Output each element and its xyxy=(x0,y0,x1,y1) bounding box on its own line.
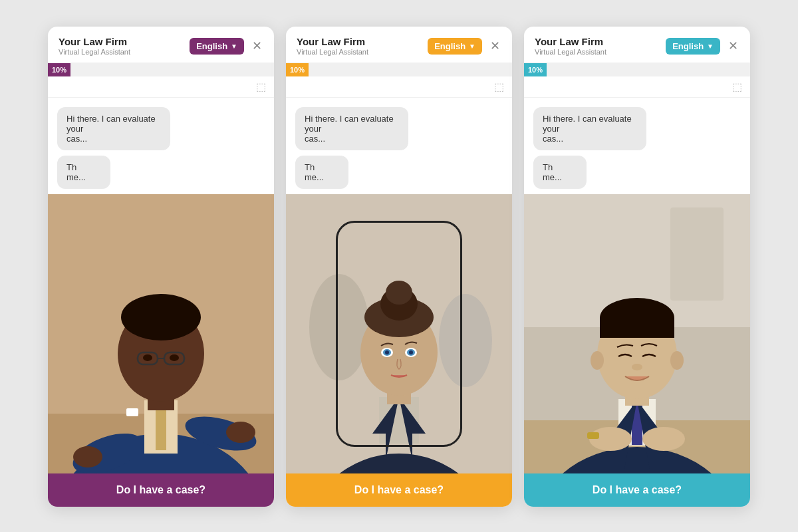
language-button[interactable]: English ▼ xyxy=(666,38,720,55)
cta-label: Do I have a case? xyxy=(354,484,444,495)
chat-bubble-2: Th me... xyxy=(57,156,110,189)
video-icon[interactable]: ⬚ xyxy=(256,80,266,93)
chevron-down-icon: ▼ xyxy=(231,43,237,50)
svg-rect-48 xyxy=(600,318,674,338)
firm-name: Your Law Firm xyxy=(59,36,130,47)
firm-subtitle: Virtual Legal Assistant xyxy=(297,48,368,56)
firm-name: Your Law Firm xyxy=(297,36,368,47)
svg-rect-17 xyxy=(126,408,138,416)
header-title-block: Your Law Firm Virtual Legal Assistant xyxy=(59,36,130,56)
avatar-area xyxy=(286,194,512,473)
svg-rect-38 xyxy=(670,207,724,301)
widget-card-3: Your Law Firm Virtual Legal Assistant En… xyxy=(524,27,750,507)
cta-button[interactable]: Do I have a case? xyxy=(48,473,274,507)
chat-short-1: Th xyxy=(543,162,553,172)
progress-bar-outer: 10% xyxy=(524,63,750,76)
chat-text-2: cas... xyxy=(305,134,325,144)
close-button[interactable]: ✕ xyxy=(489,40,501,52)
chat-short-1: Th xyxy=(66,162,76,172)
video-icon[interactable]: ⬚ xyxy=(494,80,504,93)
svg-point-7 xyxy=(121,294,201,340)
header-controls: English ▼ ✕ xyxy=(428,38,501,55)
cta-button[interactable]: Do I have a case? xyxy=(286,473,512,507)
progress-bar-outer: 10% xyxy=(48,63,274,76)
chat-short-2: me... xyxy=(543,172,562,182)
language-label: English xyxy=(196,41,227,51)
chat-short-1: Th xyxy=(305,162,315,172)
progress-bar-fill: 10% xyxy=(524,63,547,76)
chat-text-1: Hi there. I can evaluate your xyxy=(305,114,394,134)
progress-bar-fill: 10% xyxy=(48,63,70,76)
cta-button[interactable]: Do I have a case? xyxy=(524,473,750,507)
progress-label: 10% xyxy=(52,66,66,74)
chat-area: Hi there. I can evaluate your cas... Th … xyxy=(286,98,512,189)
widget-card-1: Your Law Firm Virtual Legal Assistant En… xyxy=(48,27,274,507)
svg-point-16 xyxy=(226,422,255,443)
widget-toolbar: ⬚ xyxy=(524,76,750,98)
chat-short-2: me... xyxy=(66,172,86,182)
chat-short-2: me... xyxy=(305,172,324,182)
header-controls: English ▼ ✕ xyxy=(666,38,739,55)
svg-point-12 xyxy=(170,354,179,361)
progress-bar-fill: 10% xyxy=(286,63,309,76)
chevron-down-icon: ▼ xyxy=(707,43,714,50)
widget-header: Your Law Firm Virtual Legal Assistant En… xyxy=(286,27,512,63)
chat-bubble-2: Th me... xyxy=(533,156,587,189)
svg-point-53 xyxy=(642,427,685,451)
header-controls: English ▼ ✕ xyxy=(190,38,263,55)
firm-name: Your Law Firm xyxy=(535,36,606,47)
video-icon[interactable]: ⬚ xyxy=(732,80,742,93)
svg-rect-4 xyxy=(156,404,166,450)
close-button[interactable]: ✕ xyxy=(727,40,739,52)
chat-bubble-1: Hi there. I can evaluate your cas... xyxy=(57,107,170,150)
phone-frame xyxy=(336,221,462,447)
progress-bar-outer: 10% xyxy=(286,63,512,76)
widget-toolbar: ⬚ xyxy=(286,76,512,98)
chevron-down-icon: ▼ xyxy=(469,43,475,50)
chat-area: Hi there. I can evaluate your cas... Th … xyxy=(524,98,750,189)
chat-text-2: cas... xyxy=(543,134,563,144)
svg-point-15 xyxy=(73,446,102,467)
main-container: Your Law Firm Virtual Legal Assistant En… xyxy=(28,0,770,532)
chat-bubble-1: Hi there. I can evaluate your cas... xyxy=(533,107,646,150)
avatar-area xyxy=(48,194,274,473)
widget-card-2: Your Law Firm Virtual Legal Assistant En… xyxy=(286,27,512,507)
chat-area: Hi there. I can evaluate your cas... Th … xyxy=(48,98,274,189)
progress-label: 10% xyxy=(290,66,305,74)
firm-subtitle: Virtual Legal Assistant xyxy=(535,48,606,56)
progress-label: 10% xyxy=(528,66,543,74)
widget-header: Your Law Firm Virtual Legal Assistant En… xyxy=(48,27,274,63)
header-title-block: Your Law Firm Virtual Legal Assistant xyxy=(535,36,606,56)
svg-rect-54 xyxy=(587,432,599,439)
chat-text-1: Hi there. I can evaluate your xyxy=(543,114,632,134)
language-button[interactable]: English ▼ xyxy=(428,38,482,55)
cta-label: Do I have a case? xyxy=(116,484,205,495)
chat-bubble-1: Hi there. I can evaluate your cas... xyxy=(295,107,408,150)
svg-point-49 xyxy=(632,364,642,370)
svg-point-50 xyxy=(591,351,604,370)
language-button[interactable]: English ▼ xyxy=(190,38,244,55)
language-label: English xyxy=(672,41,704,51)
chat-bubble-2: Th me... xyxy=(295,156,348,189)
cta-label: Do I have a case? xyxy=(593,484,682,495)
firm-subtitle: Virtual Legal Assistant xyxy=(59,48,130,56)
widget-toolbar: ⬚ xyxy=(48,76,274,98)
chat-text-1: Hi there. I can evaluate your xyxy=(66,114,156,134)
language-label: English xyxy=(434,41,466,51)
widget-header: Your Law Firm Virtual Legal Assistant En… xyxy=(524,27,750,63)
svg-point-11 xyxy=(143,354,152,361)
avatar-area xyxy=(524,194,750,473)
close-button[interactable]: ✕ xyxy=(251,40,263,52)
chat-text-2: cas... xyxy=(66,134,87,144)
svg-point-51 xyxy=(670,351,684,370)
header-title-block: Your Law Firm Virtual Legal Assistant xyxy=(297,36,368,56)
